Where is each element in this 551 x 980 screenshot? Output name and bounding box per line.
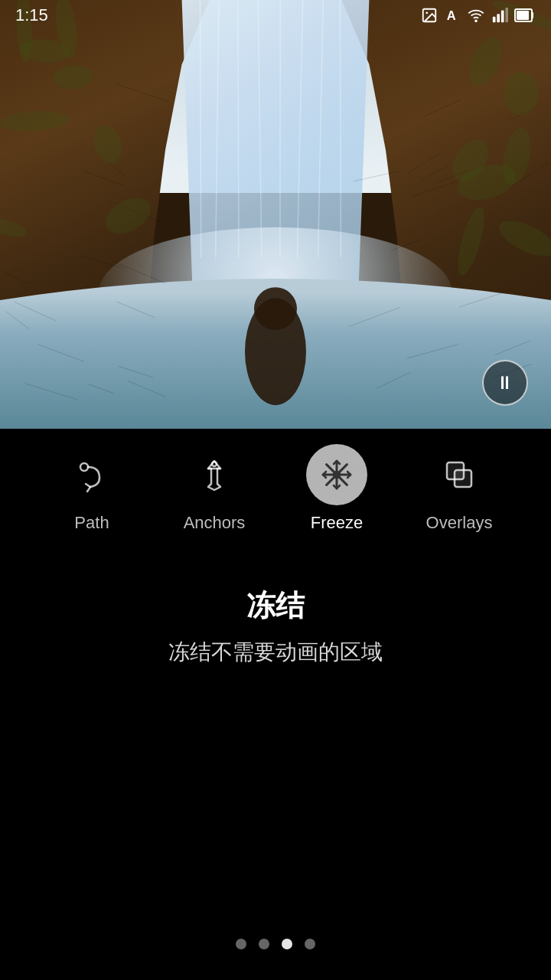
status-icons: A xyxy=(421,7,536,24)
overlays-icon xyxy=(441,456,478,493)
bottom-panel: Path Anchors xyxy=(0,429,551,980)
tool-path[interactable]: Path xyxy=(31,444,153,533)
freeze-icon xyxy=(318,456,355,493)
pause-icon: ⏸ xyxy=(496,374,514,392)
signal-icon xyxy=(491,7,508,24)
svg-rect-6 xyxy=(501,11,504,23)
svg-point-12 xyxy=(212,462,217,466)
svg-rect-7 xyxy=(505,8,508,22)
video-area: ⏸ xyxy=(0,0,551,429)
freeze-label: Freeze xyxy=(311,513,363,533)
anchors-icon-wrap xyxy=(184,444,245,505)
anchors-label: Anchors xyxy=(184,513,246,533)
svg-text:A: A xyxy=(447,8,456,22)
svg-rect-9 xyxy=(517,11,529,20)
content-title: 冻结 xyxy=(246,586,305,626)
waterfall-canvas xyxy=(0,0,551,429)
content-area: 冻结 冻结不需要动画的区域 xyxy=(0,541,551,980)
svg-point-3 xyxy=(475,20,477,21)
path-icon xyxy=(73,456,110,493)
svg-rect-19 xyxy=(455,470,471,487)
image-status-icon xyxy=(421,7,438,24)
dot-3[interactable] xyxy=(282,939,292,949)
overlays-label: Overlays xyxy=(426,513,493,533)
freeze-icon-wrap xyxy=(306,444,367,505)
a-status-icon: A xyxy=(444,7,461,24)
tool-overlays[interactable]: Overlays xyxy=(398,444,520,533)
battery-icon xyxy=(514,7,536,24)
dot-1[interactable] xyxy=(236,939,246,949)
anchors-icon xyxy=(196,456,233,493)
tool-anchors[interactable]: Anchors xyxy=(153,444,276,533)
content-description: 冻结不需要动画的区域 xyxy=(168,638,383,667)
status-time: 1:15 xyxy=(15,5,48,25)
overlays-icon-wrap xyxy=(429,444,490,505)
dot-4[interactable] xyxy=(305,939,315,949)
pause-button[interactable]: ⏸ xyxy=(482,360,528,406)
status-bar: 1:15 A xyxy=(0,0,551,31)
svg-rect-4 xyxy=(493,17,496,22)
dot-2[interactable] xyxy=(259,939,269,949)
tool-freeze[interactable]: Freeze xyxy=(276,444,398,533)
wifi-icon xyxy=(467,7,485,24)
tool-bar: Path Anchors xyxy=(0,429,551,541)
path-icon-wrap xyxy=(61,444,122,505)
path-label: Path xyxy=(74,513,109,533)
pagination xyxy=(0,939,551,949)
svg-point-1 xyxy=(425,11,428,14)
svg-point-10 xyxy=(80,463,88,471)
svg-rect-5 xyxy=(497,14,500,22)
